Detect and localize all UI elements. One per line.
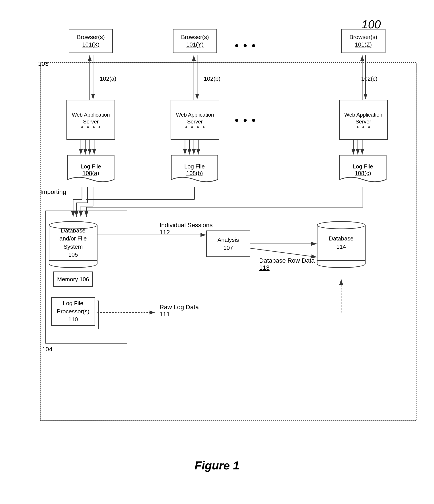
logfile-108b-svg: Log File 108(b) — [170, 154, 219, 187]
browser-101y-sublabel: 101(Y) — [186, 41, 204, 49]
conn-label-a: 102(a) — [100, 75, 116, 82]
label-103: 103 — [38, 60, 49, 67]
browser-101z: Browser(s) 101(Z) — [341, 29, 385, 53]
svg-text:108(c): 108(c) — [355, 170, 371, 176]
db-sublabel: 105 — [68, 251, 78, 259]
ind-sessions-sublabel: 112 — [159, 229, 213, 236]
svg-text:Log File: Log File — [353, 163, 373, 170]
db-line3: System — [64, 243, 83, 251]
db-row-data-text: Database Row Data — [259, 257, 315, 264]
browser-101x-label: Browser(s) — [77, 34, 105, 41]
ind-sessions-text: Individual Sessions — [159, 222, 213, 229]
memory-label: Memory — [57, 276, 78, 283]
lfp-line1: Log File — [57, 299, 89, 307]
db114-label: Database — [329, 234, 353, 243]
was-c-label: Web Application Server — [340, 111, 387, 125]
logfile-108c-svg: Log File 108(c) — [338, 154, 387, 187]
db114-top — [317, 221, 365, 229]
browser-101z-label: Browser(s) — [349, 34, 377, 41]
db-row-data-label: Database Row Data 113 — [259, 257, 315, 271]
conn-label-b: 102(b) — [204, 75, 221, 82]
db114-sublabel: 114 — [336, 243, 346, 251]
lfp-line2: Processor(s) — [57, 307, 89, 315]
analysis-box: Analysis 107 — [206, 231, 250, 257]
browser-101z-sublabel: 101(Z) — [355, 41, 372, 49]
label-104: 104 — [42, 346, 53, 353]
database-114: Database 114 — [317, 217, 365, 269]
browser-ellipsis: • • • — [235, 39, 256, 52]
db-filesystem-body: Database and/or File System 105 — [49, 225, 97, 261]
memory-box: Memory 106 — [53, 271, 93, 287]
db-row-data-sublabel: 113 — [259, 264, 315, 271]
browser-101y-label: Browser(s) — [181, 34, 209, 41]
raw-log-sublabel: 111 — [159, 311, 199, 318]
memory-sublabel: 106 — [80, 276, 89, 283]
db-filesystem: Database and/or File System 105 — [49, 217, 97, 269]
lfp-sublabel: 110 — [57, 315, 89, 323]
svg-text:108(b): 108(b) — [186, 170, 203, 176]
analysis-sublabel: 107 — [218, 244, 239, 252]
svg-text:Log File: Log File — [81, 163, 101, 170]
figure-caption: Figure 1 — [195, 459, 239, 472]
was-ellipsis: • • • — [235, 114, 256, 126]
importing-label: Importing — [40, 188, 66, 196]
browser-101x: Browser(s) 101(X) — [69, 29, 113, 53]
svg-text:108(a): 108(a) — [82, 170, 99, 176]
individual-sessions-label: Individual Sessions 112 — [159, 222, 213, 236]
raw-log-data-label: Raw Log Data 111 — [159, 304, 199, 318]
lfp-inner: Log File Processor(s) 110 — [51, 297, 95, 326]
was-b: Web Application Server — [171, 100, 219, 140]
svg-text:Log File: Log File — [184, 163, 205, 170]
db-filesystem-bottom — [49, 260, 97, 268]
browser-101y: Browser(s) 101(Y) — [173, 29, 217, 53]
analysis-label: Analysis — [218, 236, 239, 244]
db-filesystem-top — [49, 221, 97, 229]
was-c: Web Application Server — [339, 100, 388, 140]
db114-body: Database 114 — [317, 225, 365, 261]
conn-label-c: 102(c) — [361, 75, 378, 82]
logfile-108a-svg: Log File 108(a) — [66, 154, 115, 187]
was-a-label: Web Application Server — [67, 111, 115, 125]
db-line2: and/or File — [60, 234, 87, 243]
was-a: Web Application Server — [66, 100, 115, 140]
was-b-label: Web Application Server — [171, 111, 219, 125]
browser-101x-sublabel: 101(X) — [82, 41, 99, 49]
lfp-box: Log File Processor(s) 110 — [51, 297, 97, 330]
db114-bottom — [317, 260, 365, 268]
raw-log-text: Raw Log Data — [159, 304, 199, 311]
